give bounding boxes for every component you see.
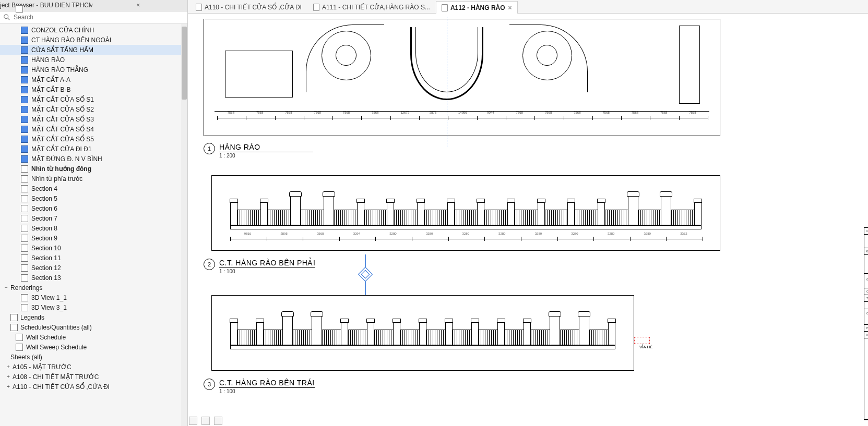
tree-item[interactable]: Wall Sweep Schedule	[0, 342, 187, 352]
view-title-2: 2 C.T. HÀNG RÀO BÊN PHẢI 1 : 100	[204, 259, 315, 274]
tree-item-label: HÀNG RÀO	[31, 56, 65, 64]
view-icon	[21, 155, 28, 163]
tree-item[interactable]: HÀNG RÀO THẲNG	[0, 65, 187, 75]
sheet: 7568756875687568756875681267338761495690…	[204, 19, 868, 415]
tree-item[interactable]: MẶT CẮT CỬA SỔ S2	[0, 104, 187, 114]
tree-item[interactable]: 3D View 3_1	[0, 302, 187, 312]
view-icon	[21, 96, 28, 103]
view-icon	[21, 145, 28, 153]
title-block: CHỦ ĐẦU TƯ: BƯU ĐIỆN TRUNG TÂM THÀNH PHỐ…	[864, 227, 868, 420]
tree-item[interactable]: CỬA SẮT TẦNG HẦM	[0, 45, 187, 55]
view-control-bar[interactable]	[189, 417, 222, 425]
view-icon	[21, 27, 28, 34]
group-icon	[10, 324, 18, 331]
tree-item[interactable]: Section 10	[0, 243, 187, 253]
tree-item[interactable]: 3D View 1_1	[0, 293, 187, 302]
view-name: HÀNG RÀO	[219, 143, 313, 152]
tree-item[interactable]: MẶT CẮT CỬA SỔ S3	[0, 114, 187, 124]
tree-item[interactable]: Section 11	[0, 253, 187, 263]
tree-group[interactable]: Schedules/Quantities (all)	[0, 322, 187, 332]
tab-close-icon[interactable]: ×	[508, 4, 512, 11]
dimension-line: 7568756875687568756875681267338761495690…	[217, 116, 708, 120]
view-icon	[21, 215, 28, 222]
tree-item[interactable]: Section 12	[0, 263, 187, 273]
tree-item[interactable]: HÀNG RÀO	[0, 55, 187, 65]
tree-item[interactable]: Section 13	[0, 273, 187, 283]
tree-item-label: Section 12	[31, 264, 61, 272]
expander-icon[interactable]: −	[3, 285, 9, 290]
view-area: A110 - CHI TIẾT CỬA SỔ ,CỬA ĐIA111 - CHI…	[188, 0, 868, 426]
tree-item[interactable]: MẶT CẮT B-B	[0, 84, 187, 94]
view-title-3: 3 C.T. HÀNG RÀO BÊN TRÁI 1 : 100	[204, 379, 315, 394]
tree-item[interactable]: MẶT CẮT A-A	[0, 75, 187, 84]
tree-item-label: Section 9	[31, 235, 57, 242]
tree-item[interactable]: Section 4	[0, 184, 187, 193]
tree-item[interactable]: CT HÀNG RÀO BÊN NGOÀI	[0, 35, 187, 45]
view-icon	[21, 66, 28, 74]
tree-item-label: Nhìn từ hướng đông	[31, 165, 91, 173]
tree-group[interactable]: Sheets (all)	[0, 352, 187, 362]
group-icon	[10, 314, 18, 321]
view-icon	[21, 254, 28, 262]
tree-item[interactable]: Nhìn từ hướng đông	[0, 164, 187, 174]
tree-item[interactable]: CONZOL CỬA CHÍNH	[0, 25, 187, 35]
view-icon	[16, 334, 23, 341]
view-icon	[21, 116, 28, 123]
view-number: 3	[204, 379, 215, 390]
view-icon	[21, 235, 28, 242]
sheet-icon	[313, 4, 319, 11]
view-icon	[21, 185, 28, 192]
document-tabbar: A110 - CHI TIẾT CỬA SỔ ,CỬA ĐIA111 - CHI…	[188, 0, 868, 14]
tree-item[interactable]: Wall Schedule	[0, 332, 187, 342]
section-marker-icon[interactable]	[358, 267, 373, 282]
search-row	[0, 11, 187, 23]
tree-item[interactable]: MẶT CẮT CỬA SỔ S1	[0, 94, 187, 104]
tree-item[interactable]: Section 8	[0, 223, 187, 233]
tree-item-label: MẶT CẮT B-B	[31, 86, 71, 93]
tree-item[interactable]: MẶT CẮT CỬA SỔ S5	[0, 134, 187, 144]
tree-item[interactable]: Section 7	[0, 213, 187, 223]
document-tab[interactable]: A111 - CHI TIẾT CỬA,HÀNG RÀO S...	[307, 1, 436, 13]
document-tab[interactable]: A110 - CHI TIẾT CỬA SỔ ,CỬA ĐI	[190, 1, 307, 13]
view-icon	[21, 205, 28, 212]
tree-item[interactable]: MẶT CẮT CỬA SỔ S4	[0, 124, 187, 134]
tree-item-label: MẶT CẮT CỬA SỔ S3	[31, 116, 94, 123]
view-number: 2	[204, 259, 215, 270]
tree-item-label: Nhìn từ phía trước	[31, 175, 82, 182]
svg-line-1	[8, 18, 10, 20]
view-icon	[21, 106, 28, 113]
tree-item-label: MẶT CẮT CỬA SỔ S4	[31, 126, 94, 133]
annotation-marker	[634, 337, 650, 344]
tree-item[interactable]: Section 5	[0, 193, 187, 203]
tree-item-label: CONZOL CỬA CHÍNH	[31, 27, 94, 34]
view-frame-2: 9816389535683294328032803280328032803280…	[211, 175, 720, 251]
vc-icon[interactable]	[214, 417, 222, 425]
view-icon	[21, 195, 28, 202]
dimension-line: 9816389535683294328032803280328032803280…	[230, 237, 703, 241]
project-tree[interactable]: CONZOL CỬA CHÍNHCT HÀNG RÀO BÊN NGOÀICỬA…	[0, 23, 187, 426]
sheet-item[interactable]: +A105 - MẶT TRƯỚC	[0, 362, 187, 372]
sheet-icon	[196, 4, 202, 11]
panel-title-text: ject Browser - BUU DIEN TPHCM KHOI TRUOC…	[0, 2, 92, 9]
view-icon	[21, 36, 28, 44]
tree-group[interactable]: Legends	[0, 312, 187, 322]
panel-close-icon[interactable]: ×	[92, 2, 185, 9]
tree-item[interactable]: Section 9	[0, 233, 187, 243]
view-title-1: 1 HÀNG RÀO 1 : 200	[204, 143, 313, 159]
tree-item[interactable]: Nhìn từ phía trước	[0, 174, 187, 184]
vc-icon[interactable]	[189, 417, 197, 425]
view-icon	[21, 136, 28, 143]
tree-group[interactable]: −Renderings	[0, 283, 187, 293]
tree-item[interactable]: MẶT ĐỨNG Đ. N V BÌNH	[0, 154, 187, 164]
vc-icon[interactable]	[201, 417, 210, 425]
view-name: C.T. HÀNG RÀO BÊN PHẢI	[219, 259, 315, 268]
tree-scrollbar[interactable]	[181, 24, 187, 426]
tree-item-label: MẶT CẮT CỬA SỔ S5	[31, 136, 94, 143]
sheet-item[interactable]: +A108 - CHI TIẾT MẶT TRƯỚC	[0, 372, 187, 382]
document-tab[interactable]: A112 - HÀNG RÀO×	[436, 1, 518, 14]
search-input[interactable]	[14, 14, 184, 21]
sheet-item[interactable]: +A110 - CHI TIẾT CỬA SỔ ,CỬA ĐI	[0, 382, 187, 392]
tree-item[interactable]: Section 6	[0, 203, 187, 213]
drawing-canvas[interactable]: 7568756875687568756875681267338761495690…	[188, 14, 868, 426]
tree-item[interactable]: MẶT CẮT CỬA ĐI Đ1	[0, 144, 187, 154]
